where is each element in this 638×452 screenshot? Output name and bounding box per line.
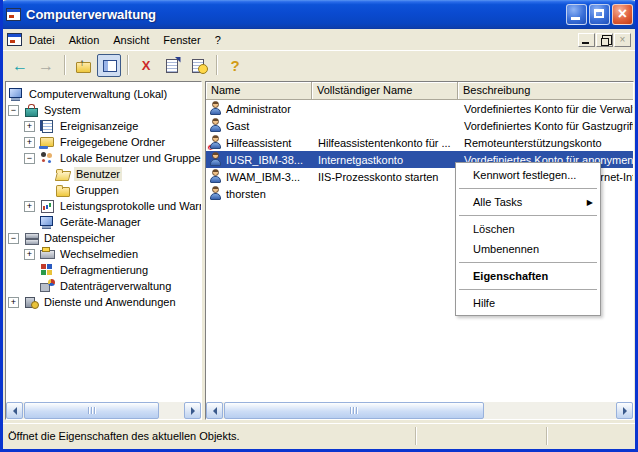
tree-item-ereignisanzeige[interactable]: +Ereignisanzeige [6, 118, 201, 134]
status-bar: Öffnet die Eigenschaften des aktuellen O… [3, 423, 635, 449]
scrollbar-track[interactable] [23, 402, 184, 419]
export-list-icon [190, 57, 207, 74]
tree-item-label: Geräte-Manager [58, 215, 143, 229]
forward-button[interactable]: → [34, 54, 58, 77]
scrollbar-thumb[interactable] [224, 402, 484, 419]
tree-item-dienste-und-anwendungen[interactable]: +Dienste und Anwendungen [6, 294, 201, 310]
tree-item-lokale-benutzer-und-gruppen[interactable]: −Lokale Benutzer und Gruppen [6, 150, 201, 166]
tree-item-label: Lokale Benutzer und Gruppen [58, 151, 201, 165]
minimize-button[interactable] [566, 4, 587, 25]
user-row-administrator[interactable]: AdministratorVordefiniertes Konto für di… [206, 100, 633, 117]
context-menu-alle-tasks[interactable]: Alle Tasks▶ [456, 192, 600, 212]
scroll-left-button[interactable] [6, 402, 23, 419]
collapse-icon[interactable]: − [24, 153, 35, 164]
user-row-hilfeassistent[interactable]: ×HilfeassistentHilfeassistentenkonto für… [206, 134, 633, 151]
tree-item-gruppen[interactable]: Gruppen [6, 182, 201, 198]
expand-icon[interactable]: + [24, 201, 35, 212]
scroll-left-button[interactable] [206, 402, 223, 419]
cell-name: IWAM_IBM-3... [206, 169, 312, 184]
tree-item-geraete-manager[interactable]: Geräte-Manager [6, 214, 201, 230]
tree-item-label: Datenspeicher [42, 231, 117, 245]
context-menu-eigenschaften[interactable]: Eigenschaften [456, 266, 600, 286]
tree-item-freigegebene-ordner[interactable]: +Freigegebene Ordner [6, 134, 201, 150]
expand-icon[interactable]: + [24, 121, 35, 132]
user-name: Hilfeassistent [226, 137, 291, 149]
tree-item-label: Gruppen [74, 183, 121, 197]
delete-button[interactable]: X [134, 54, 158, 77]
expand-icon[interactable]: + [8, 297, 19, 308]
scroll-right-button[interactable] [616, 402, 633, 419]
scrollbar-thumb[interactable] [24, 402, 159, 419]
expand-icon[interactable]: + [24, 137, 35, 148]
menu-ansicht[interactable]: Ansicht [106, 31, 156, 49]
context-menu-loeschen[interactable]: Löschen [456, 219, 600, 239]
column-header-name[interactable]: Name [206, 82, 312, 100]
menu-datei[interactable]: Datei [22, 31, 62, 49]
tree-item-system[interactable]: −System [6, 102, 201, 118]
tree-item-datenspeicher[interactable]: −Datenspeicher [6, 230, 201, 246]
close-button[interactable] [612, 4, 633, 25]
tree-horizontal-scrollbar[interactable] [6, 402, 201, 419]
users-icon [39, 150, 55, 166]
menu-fenster[interactable]: Fenster [156, 31, 207, 49]
toolbar-separator [216, 55, 217, 75]
user-disabled-icon: × [208, 135, 223, 150]
cell-name: Gast [206, 118, 312, 133]
menu-aktion[interactable]: Aktion [62, 31, 107, 49]
context-menu-kennwort-festlegen[interactable]: Kennwort festlegen... [456, 165, 600, 185]
title-bar[interactable]: Computerverwaltung [0, 0, 638, 29]
help-button[interactable]: ? [223, 54, 247, 77]
up-folder-icon [75, 57, 92, 74]
mdi-minimize-button[interactable] [578, 33, 595, 47]
back-button[interactable]: ← [8, 54, 32, 77]
column-header-vollstaendiger-name[interactable]: Vollständiger Name [312, 82, 458, 100]
menu-separator [459, 215, 597, 216]
cell-name: ×Hilfeassistent [206, 135, 312, 150]
up-one-level-button[interactable] [71, 54, 95, 77]
tree-item-label: Datenträgerverwaltung [58, 279, 173, 293]
scrollbar-track[interactable] [223, 402, 616, 419]
collapse-icon[interactable]: − [8, 233, 19, 244]
user-row-gast[interactable]: GastVordefiniertes Konto für Gastzugriff [206, 117, 633, 134]
console-icon[interactable] [6, 32, 22, 48]
expand-icon[interactable]: + [24, 249, 35, 260]
list-horizontal-scrollbar[interactable] [206, 402, 633, 419]
tree-item-leistungsprotokolle-und-warnungen[interactable]: +Leistungsprotokolle und Warnungen [6, 198, 201, 214]
computer-icon [8, 86, 24, 102]
menu-hilfe[interactable]: ? [208, 31, 228, 49]
tree-item-datentraegerverwaltung[interactable]: Datenträgerverwaltung [6, 278, 201, 294]
status-panel [415, 427, 546, 445]
mdi-close-button: × [614, 33, 631, 47]
tree-item-benutzer[interactable]: Benutzer [6, 166, 201, 182]
export-list-button[interactable] [186, 54, 210, 77]
maximize-button[interactable] [589, 4, 610, 25]
collapse-icon[interactable]: − [8, 105, 19, 116]
user-icon [208, 152, 223, 167]
column-header-beschreibung[interactable]: Beschreibung [458, 82, 633, 100]
menu-item-label: Alle Tasks [473, 196, 522, 208]
grip-icon [88, 407, 96, 414]
delete-x-icon: X [138, 57, 155, 74]
show-hide-console-tree-button[interactable] [97, 54, 121, 77]
context-menu-umbenennen[interactable]: Umbenennen [456, 239, 600, 259]
user-name: Gast [226, 120, 249, 132]
tree-item-computerverwaltung-lokal[interactable]: Computerverwaltung (Lokal) [6, 86, 201, 102]
console-tree-pane: Computerverwaltung (Lokal)−System+Ereign… [5, 81, 202, 420]
scroll-right-button[interactable] [184, 402, 201, 419]
minimize-icon [582, 42, 589, 44]
context-menu: Kennwort festlegen...Alle Tasks▶LöschenU… [455, 162, 601, 316]
removable-media-icon [39, 246, 55, 262]
context-menu-hilfe[interactable]: Hilfe [456, 293, 600, 313]
properties-button[interactable] [160, 54, 184, 77]
right-arrow-icon [191, 407, 199, 415]
left-arrow-icon [9, 407, 17, 415]
user-name: Administrator [226, 103, 291, 115]
user-name: IWAM_IBM-3... [226, 171, 300, 183]
mdi-restore-button[interactable] [596, 33, 613, 47]
menu-item-label: Umbenennen [473, 243, 539, 255]
user-icon [208, 101, 223, 116]
user-name: IUSR_IBM-38... [226, 154, 303, 166]
tree-item-wechselmedien[interactable]: +Wechselmedien [6, 246, 201, 262]
tree-item-defragmentierung[interactable]: Defragmentierung [6, 262, 201, 278]
tree-item-label: Ereignisanzeige [58, 119, 140, 133]
